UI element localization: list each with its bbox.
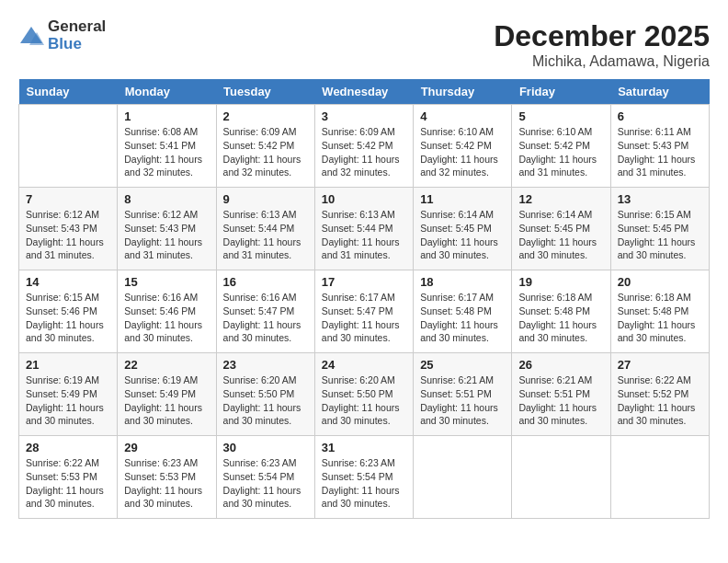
- sunrise-text: Sunrise: 6:22 AM: [26, 456, 110, 470]
- day-number: 2: [223, 109, 308, 123]
- cell-info: Sunrise: 6:15 AM Sunset: 5:45 PM Dayligh…: [618, 208, 702, 262]
- calendar-cell: 9 Sunrise: 6:13 AM Sunset: 5:44 PM Dayli…: [216, 188, 314, 270]
- calendar-cell: 26 Sunrise: 6:21 AM Sunset: 5:51 PM Dayl…: [512, 353, 610, 436]
- day-number: 27: [618, 358, 702, 372]
- day-number: 16: [223, 275, 308, 289]
- cell-info: Sunrise: 6:23 AM Sunset: 5:54 PM Dayligh…: [322, 456, 406, 511]
- cell-info: Sunrise: 6:18 AM Sunset: 5:48 PM Dayligh…: [518, 291, 603, 345]
- sunrise-text: Sunrise: 6:10 AM: [518, 125, 603, 139]
- daylight-text: Daylight: 11 hours and 30 minutes.: [124, 318, 209, 345]
- calendar-cell: [512, 436, 610, 519]
- cell-info: Sunrise: 6:12 AM Sunset: 5:43 PM Dayligh…: [124, 208, 209, 262]
- day-number: 6: [618, 109, 702, 123]
- calendar-cell: [414, 436, 512, 519]
- sunset-text: Sunset: 5:46 PM: [124, 304, 209, 318]
- month-title: December 2025: [494, 18, 710, 53]
- location-title: Michika, Adamawa, Nigeria: [494, 53, 710, 70]
- day-number: 8: [124, 192, 209, 206]
- calendar-cell: 8 Sunrise: 6:12 AM Sunset: 5:43 PM Dayli…: [118, 188, 216, 270]
- header-friday: Friday: [512, 79, 610, 105]
- sunset-text: Sunset: 5:45 PM: [518, 222, 603, 236]
- day-number: 30: [223, 441, 308, 454]
- header-thursday: Thursday: [414, 79, 512, 105]
- calendar-cell: [610, 436, 709, 519]
- cell-info: Sunrise: 6:19 AM Sunset: 5:49 PM Dayligh…: [26, 373, 110, 428]
- daylight-text: Daylight: 11 hours and 30 minutes.: [223, 318, 308, 345]
- daylight-text: Daylight: 11 hours and 30 minutes.: [322, 401, 406, 428]
- sunrise-text: Sunrise: 6:19 AM: [26, 373, 110, 387]
- sunrise-text: Sunrise: 6:15 AM: [618, 208, 702, 222]
- sunset-text: Sunset: 5:42 PM: [518, 139, 603, 153]
- sunset-text: Sunset: 5:52 PM: [618, 387, 702, 401]
- calendar-cell: 5 Sunrise: 6:10 AM Sunset: 5:42 PM Dayli…: [512, 105, 610, 188]
- sunrise-text: Sunrise: 6:16 AM: [223, 291, 308, 304]
- sunrise-text: Sunrise: 6:21 AM: [420, 373, 505, 387]
- day-number: 9: [223, 192, 308, 206]
- daylight-text: Daylight: 11 hours and 30 minutes.: [322, 318, 406, 345]
- sunset-text: Sunset: 5:50 PM: [322, 387, 406, 401]
- sunset-text: Sunset: 5:50 PM: [223, 387, 308, 401]
- calendar-cell: 3 Sunrise: 6:09 AM Sunset: 5:42 PM Dayli…: [314, 105, 413, 188]
- sunrise-text: Sunrise: 6:17 AM: [322, 291, 406, 304]
- sunset-text: Sunset: 5:48 PM: [618, 304, 702, 318]
- day-number: 19: [518, 275, 603, 289]
- sunset-text: Sunset: 5:43 PM: [124, 222, 209, 236]
- calendar-cell: 6 Sunrise: 6:11 AM Sunset: 5:43 PM Dayli…: [610, 105, 709, 188]
- sunset-text: Sunset: 5:48 PM: [518, 304, 603, 318]
- header-row: Sunday Monday Tuesday Wednesday Thursday…: [19, 79, 710, 105]
- daylight-text: Daylight: 11 hours and 30 minutes.: [26, 318, 110, 345]
- sunset-text: Sunset: 5:44 PM: [322, 222, 406, 236]
- daylight-text: Daylight: 11 hours and 30 minutes.: [26, 484, 110, 511]
- daylight-text: Daylight: 11 hours and 32 minutes.: [124, 153, 209, 179]
- daylight-text: Daylight: 11 hours and 30 minutes.: [322, 484, 406, 511]
- calendar-cell: 11 Sunrise: 6:14 AM Sunset: 5:45 PM Dayl…: [414, 188, 512, 270]
- daylight-text: Daylight: 11 hours and 31 minutes.: [618, 153, 702, 179]
- day-number: 20: [618, 275, 702, 289]
- sunrise-text: Sunrise: 6:13 AM: [322, 208, 406, 222]
- calendar-cell: 14 Sunrise: 6:15 AM Sunset: 5:46 PM Dayl…: [19, 270, 118, 353]
- cell-info: Sunrise: 6:14 AM Sunset: 5:45 PM Dayligh…: [518, 208, 603, 262]
- logo: General Blue: [18, 18, 106, 52]
- day-number: 21: [26, 358, 110, 372]
- sunset-text: Sunset: 5:41 PM: [124, 139, 209, 153]
- sunrise-text: Sunrise: 6:15 AM: [26, 291, 110, 304]
- sunrise-text: Sunrise: 6:18 AM: [518, 291, 603, 304]
- logo-general: General: [48, 18, 106, 36]
- day-number: 13: [618, 192, 702, 206]
- title-area: December 2025 Michika, Adamawa, Nigeria: [494, 18, 710, 70]
- sunset-text: Sunset: 5:53 PM: [124, 470, 209, 484]
- sunset-text: Sunset: 5:54 PM: [322, 470, 406, 484]
- cell-info: Sunrise: 6:22 AM Sunset: 5:53 PM Dayligh…: [26, 456, 110, 511]
- cell-info: Sunrise: 6:21 AM Sunset: 5:51 PM Dayligh…: [420, 373, 505, 428]
- sunrise-text: Sunrise: 6:22 AM: [618, 373, 702, 387]
- sunset-text: Sunset: 5:45 PM: [420, 222, 505, 236]
- sunrise-text: Sunrise: 6:12 AM: [124, 208, 209, 222]
- cell-info: Sunrise: 6:13 AM Sunset: 5:44 PM Dayligh…: [223, 208, 308, 262]
- day-number: 4: [420, 109, 505, 123]
- sunrise-text: Sunrise: 6:19 AM: [124, 373, 209, 387]
- calendar-cell: 24 Sunrise: 6:20 AM Sunset: 5:50 PM Dayl…: [314, 353, 413, 436]
- sunrise-text: Sunrise: 6:20 AM: [223, 373, 308, 387]
- day-number: 5: [518, 109, 603, 123]
- daylight-text: Daylight: 11 hours and 30 minutes.: [518, 236, 603, 262]
- cell-info: Sunrise: 6:23 AM Sunset: 5:54 PM Dayligh…: [223, 456, 308, 511]
- logo-icon: [18, 23, 44, 49]
- calendar-cell: 17 Sunrise: 6:17 AM Sunset: 5:47 PM Dayl…: [314, 270, 413, 353]
- cell-info: Sunrise: 6:16 AM Sunset: 5:46 PM Dayligh…: [124, 291, 209, 345]
- calendar-week-2: 7 Sunrise: 6:12 AM Sunset: 5:43 PM Dayli…: [19, 188, 710, 270]
- calendar-cell: 23 Sunrise: 6:20 AM Sunset: 5:50 PM Dayl…: [216, 353, 314, 436]
- calendar-cell: 1 Sunrise: 6:08 AM Sunset: 5:41 PM Dayli…: [118, 105, 216, 188]
- cell-info: Sunrise: 6:09 AM Sunset: 5:42 PM Dayligh…: [322, 125, 406, 179]
- header-wednesday: Wednesday: [314, 79, 413, 105]
- daylight-text: Daylight: 11 hours and 31 minutes.: [26, 236, 110, 262]
- cell-info: Sunrise: 6:13 AM Sunset: 5:44 PM Dayligh…: [322, 208, 406, 262]
- cell-info: Sunrise: 6:16 AM Sunset: 5:47 PM Dayligh…: [223, 291, 308, 345]
- cell-info: Sunrise: 6:14 AM Sunset: 5:45 PM Dayligh…: [420, 208, 505, 262]
- cell-info: Sunrise: 6:20 AM Sunset: 5:50 PM Dayligh…: [223, 373, 308, 428]
- sunrise-text: Sunrise: 6:09 AM: [223, 125, 308, 139]
- sunrise-text: Sunrise: 6:20 AM: [322, 373, 406, 387]
- sunset-text: Sunset: 5:45 PM: [618, 222, 702, 236]
- sunset-text: Sunset: 5:42 PM: [223, 139, 308, 153]
- calendar-cell: 2 Sunrise: 6:09 AM Sunset: 5:42 PM Dayli…: [216, 105, 314, 188]
- calendar-cell: 7 Sunrise: 6:12 AM Sunset: 5:43 PM Dayli…: [19, 188, 118, 270]
